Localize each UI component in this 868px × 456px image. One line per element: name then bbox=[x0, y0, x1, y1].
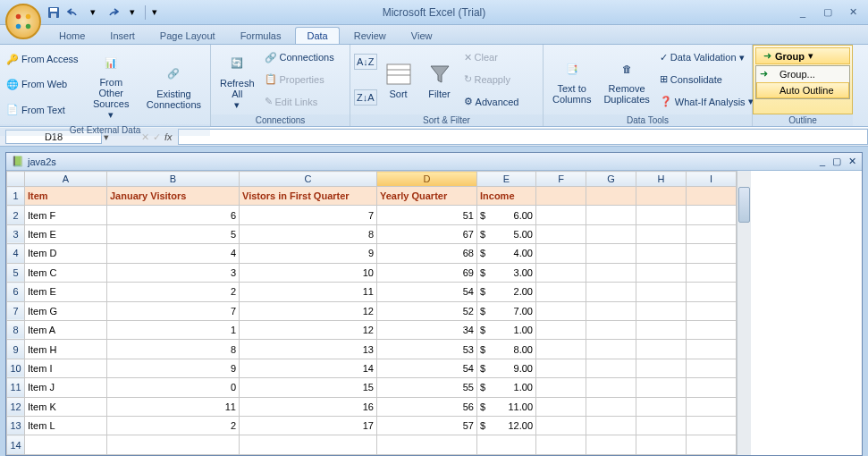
group-button[interactable]: ➜ Group ▾ bbox=[755, 47, 850, 64]
tab-view[interactable]: View bbox=[400, 28, 443, 44]
cell[interactable] bbox=[493, 435, 536, 455]
existing-connections-button[interactable]: 🔗Existing Connections bbox=[141, 46, 206, 122]
data-validation-button[interactable]: ✓Data Validation ▾ bbox=[657, 51, 756, 64]
cell[interactable]: Item L bbox=[25, 417, 107, 435]
cell[interactable] bbox=[636, 417, 687, 435]
cell[interactable]: 67 bbox=[377, 224, 477, 243]
cell[interactable]: 12.00 bbox=[493, 417, 536, 435]
cell[interactable] bbox=[536, 417, 586, 435]
cell[interactable]: 3.00 bbox=[493, 263, 536, 282]
cell[interactable]: Item bbox=[25, 187, 107, 206]
tab-formulas[interactable]: Formulas bbox=[230, 28, 292, 44]
cell[interactable]: 7.00 bbox=[493, 301, 536, 320]
redo-icon[interactable] bbox=[105, 5, 120, 20]
cell[interactable]: 2 bbox=[107, 417, 240, 435]
cell[interactable]: Income bbox=[477, 187, 536, 206]
cell[interactable]: 52 bbox=[377, 301, 477, 320]
col-header-B[interactable]: B bbox=[107, 172, 240, 187]
cell[interactable] bbox=[687, 378, 737, 397]
office-button[interactable] bbox=[5, 4, 41, 39]
col-header-A[interactable]: A bbox=[25, 172, 107, 187]
cell[interactable]: 8 bbox=[240, 224, 377, 243]
col-header-C[interactable]: C bbox=[240, 172, 377, 187]
cell[interactable]: 56 bbox=[377, 397, 477, 416]
from-text-button[interactable]: 📄From Text bbox=[4, 103, 81, 116]
sort-desc-button[interactable]: Z↓A bbox=[354, 89, 377, 106]
cell[interactable] bbox=[107, 435, 240, 455]
cell[interactable]: 3 bbox=[107, 263, 240, 282]
cell[interactable]: 2 bbox=[107, 283, 240, 301]
scroll-thumb[interactable] bbox=[738, 187, 750, 223]
advanced-filter-button[interactable]: ⚙Advanced bbox=[461, 95, 522, 108]
wb-minimize-button[interactable]: _ bbox=[820, 156, 825, 167]
cell[interactable]: 6 bbox=[107, 206, 240, 224]
tab-insert[interactable]: Insert bbox=[99, 28, 146, 44]
from-web-button[interactable]: 🌐From Web bbox=[4, 78, 81, 91]
cell[interactable]: 4 bbox=[107, 244, 240, 263]
row-header[interactable]: 1 bbox=[7, 187, 25, 206]
cell[interactable] bbox=[377, 435, 477, 455]
cell[interactable] bbox=[636, 244, 687, 263]
close-button[interactable]: ✕ bbox=[845, 6, 861, 19]
tab-home[interactable]: Home bbox=[48, 28, 96, 44]
cell[interactable]: 8.00 bbox=[493, 340, 536, 359]
cell[interactable] bbox=[586, 359, 636, 377]
col-header-F[interactable]: F bbox=[536, 172, 586, 187]
cell[interactable] bbox=[586, 417, 636, 435]
cell[interactable] bbox=[687, 417, 737, 435]
row-header[interactable]: 7 bbox=[7, 301, 25, 320]
qat-dropdown-icon[interactable]: ▾ bbox=[86, 5, 100, 20]
cell[interactable]: $ bbox=[477, 283, 493, 301]
cell[interactable] bbox=[536, 283, 586, 301]
remove-duplicates-button[interactable]: 🗑Remove Duplicates bbox=[598, 46, 654, 113]
cell[interactable] bbox=[636, 320, 687, 339]
cell[interactable]: 55 bbox=[377, 378, 477, 397]
cell[interactable] bbox=[636, 340, 687, 359]
col-header-G[interactable]: G bbox=[586, 172, 636, 187]
cell[interactable] bbox=[636, 397, 687, 416]
cell[interactable]: 4.00 bbox=[493, 244, 536, 263]
cell[interactable]: 1.00 bbox=[493, 320, 536, 339]
what-if-button[interactable]: ❓What-If Analysis ▾ bbox=[657, 95, 756, 108]
cell[interactable]: Item H bbox=[25, 340, 107, 359]
cell[interactable] bbox=[636, 435, 687, 455]
row-header[interactable]: 2 bbox=[7, 206, 25, 224]
cell[interactable] bbox=[687, 435, 737, 455]
cell[interactable]: Item C bbox=[25, 263, 107, 282]
cell[interactable] bbox=[687, 224, 737, 243]
cell[interactable] bbox=[687, 206, 737, 224]
cell[interactable] bbox=[586, 397, 636, 416]
cell[interactable]: 17 bbox=[240, 417, 377, 435]
cell[interactable]: 11 bbox=[240, 283, 377, 301]
menu-item-group[interactable]: ➜ Group... bbox=[756, 66, 849, 82]
cell[interactable] bbox=[536, 224, 586, 243]
consolidate-button[interactable]: ⊞Consolidate bbox=[657, 72, 756, 86]
cell[interactable] bbox=[536, 301, 586, 320]
row-header[interactable]: 11 bbox=[7, 378, 25, 397]
cell[interactable] bbox=[586, 224, 636, 243]
cell[interactable]: January Visitors bbox=[107, 187, 240, 206]
cell[interactable] bbox=[536, 397, 586, 416]
cell[interactable]: 9 bbox=[107, 359, 240, 377]
col-header-H[interactable]: H bbox=[636, 172, 687, 187]
cell[interactable] bbox=[687, 320, 737, 339]
cell[interactable]: Item J bbox=[25, 378, 107, 397]
cell[interactable]: 12 bbox=[240, 301, 377, 320]
cell[interactable] bbox=[586, 263, 636, 282]
wb-maximize-button[interactable]: ▢ bbox=[832, 156, 841, 167]
cell[interactable] bbox=[536, 206, 586, 224]
cell[interactable] bbox=[25, 435, 107, 455]
cell[interactable]: 11.00 bbox=[493, 397, 536, 416]
cell[interactable] bbox=[240, 435, 377, 455]
cell[interactable] bbox=[636, 359, 687, 377]
row-header[interactable]: 3 bbox=[7, 224, 25, 243]
reapply-button[interactable]: ↻Reapply bbox=[461, 72, 522, 86]
cell[interactable]: Item K bbox=[25, 397, 107, 416]
undo-icon[interactable] bbox=[66, 5, 80, 20]
cell[interactable] bbox=[636, 263, 687, 282]
cell[interactable] bbox=[636, 378, 687, 397]
cell[interactable]: Item E bbox=[25, 224, 107, 243]
cell[interactable]: $ bbox=[477, 263, 493, 282]
cell[interactable]: 1.00 bbox=[493, 378, 536, 397]
cell[interactable]: Vistors in First Quarter bbox=[240, 187, 377, 206]
